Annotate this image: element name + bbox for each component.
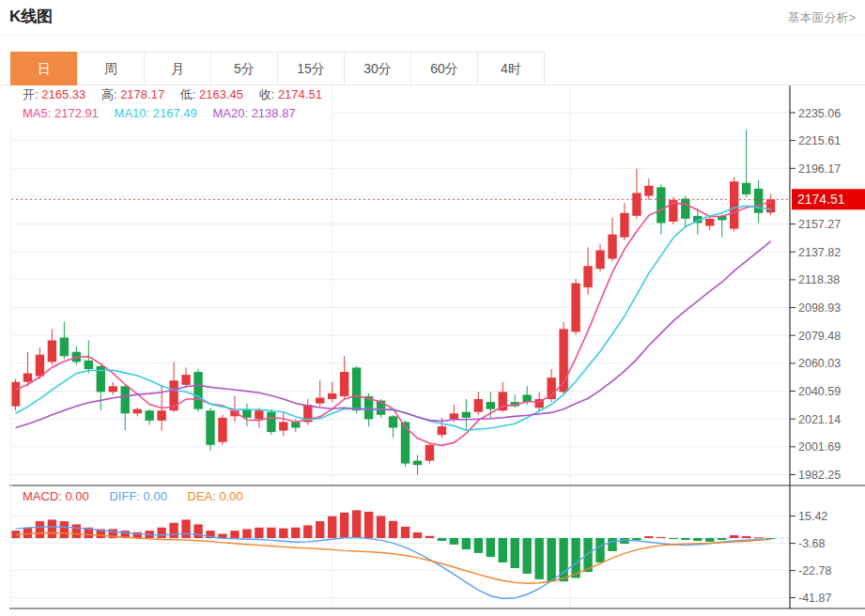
- macd-bar: [181, 519, 190, 538]
- candle-body[interactable]: [109, 386, 117, 392]
- candle-body[interactable]: [181, 375, 190, 385]
- macd-bar: [340, 513, 348, 538]
- candle-body[interactable]: [85, 361, 93, 369]
- candle-body[interactable]: [571, 284, 579, 332]
- tab-5分[interactable]: 5分: [210, 52, 278, 85]
- candle-body[interactable]: [583, 266, 592, 287]
- candle-body[interactable]: [48, 341, 56, 362]
- macd-bar: [681, 538, 689, 540]
- candle-body[interactable]: [705, 219, 714, 226]
- candle-body[interactable]: [438, 426, 446, 435]
- candle-body[interactable]: [36, 355, 44, 377]
- macd-axis-label: -41.87: [798, 592, 831, 605]
- ma5-label: MA5:: [23, 106, 51, 120]
- candle-body[interactable]: [595, 250, 604, 269]
- candle-body[interactable]: [255, 410, 263, 419]
- macd-bar: [644, 536, 653, 538]
- candle-body[interactable]: [328, 393, 336, 399]
- candle-body[interactable]: [352, 367, 361, 410]
- candle-body[interactable]: [389, 416, 397, 427]
- ma10-label: MA10:: [115, 106, 150, 120]
- macd-bar: [316, 521, 324, 538]
- candle-body[interactable]: [291, 422, 300, 427]
- macd-bar: [474, 538, 483, 553]
- macd-bar: [364, 512, 373, 538]
- candle-body[interactable]: [620, 213, 628, 238]
- price-axis-label: 2079.48: [798, 330, 841, 343]
- current-price-tag: 2174.51: [792, 189, 865, 209]
- macd-bar: [157, 528, 165, 538]
- candle-body[interactable]: [462, 412, 471, 418]
- price-axis-label: 2001.69: [798, 440, 841, 454]
- macd-bar: [267, 528, 275, 538]
- dea-label: DEA:: [188, 489, 216, 503]
- candle-body[interactable]: [644, 186, 653, 196]
- macd-bar: [547, 538, 555, 581]
- candle-body[interactable]: [487, 402, 495, 409]
- candle-body[interactable]: [121, 386, 130, 413]
- candle-body[interactable]: [60, 337, 69, 356]
- candle-body[interactable]: [766, 199, 775, 212]
- candle-body[interactable]: [474, 399, 483, 412]
- macd-bar: [487, 538, 495, 557]
- ma10-value: 2167.49: [153, 106, 197, 120]
- candle-body[interactable]: [132, 409, 141, 414]
- candle-body[interactable]: [656, 187, 665, 223]
- candle-body[interactable]: [608, 235, 616, 259]
- diff-value: 0.00: [144, 489, 167, 503]
- candle-body[interactable]: [340, 372, 348, 396]
- tab-周[interactable]: 周: [77, 52, 145, 85]
- macd-value: 0.00: [66, 489, 89, 503]
- ma20-value: 2138.87: [252, 106, 296, 120]
- tab-月[interactable]: 月: [144, 52, 211, 85]
- ohlc-legend-box: 开: 2165.33 高: 2178.17 低: 2163.45 收: 2174…: [11, 85, 332, 131]
- macd-bar: [291, 528, 300, 538]
- kline-grid: [11, 85, 790, 608]
- price-axis-label: 2196.17: [798, 162, 841, 176]
- macd-bar: [450, 538, 458, 545]
- candle-body[interactable]: [11, 382, 20, 407]
- tab-4时[interactable]: 4时: [477, 52, 545, 85]
- tab-60分[interactable]: 60分: [410, 52, 478, 85]
- candle-body[interactable]: [267, 412, 275, 432]
- candle-body[interactable]: [425, 445, 434, 461]
- macd-bar: [328, 516, 336, 538]
- candle-body[interactable]: [145, 410, 153, 421]
- candle-body[interactable]: [157, 410, 165, 421]
- macd-bar: [669, 538, 677, 539]
- low-value: 2163.45: [199, 87, 243, 101]
- macd-bar: [193, 524, 202, 538]
- candle-body[interactable]: [742, 183, 750, 194]
- candle-body[interactable]: [401, 422, 409, 463]
- price-axis-label: 2040.59: [798, 385, 841, 398]
- candles[interactable]: [11, 130, 776, 474]
- candle-body[interactable]: [206, 410, 214, 445]
- candle-body[interactable]: [193, 372, 202, 409]
- macd-bar: [742, 536, 750, 538]
- macd-bar: [730, 535, 738, 538]
- candle-body[interactable]: [754, 189, 763, 213]
- tab-日[interactable]: 日: [10, 52, 78, 85]
- macd-bar: [523, 538, 532, 574]
- macd-bar: [352, 510, 361, 538]
- tab-15分[interactable]: 15分: [277, 52, 345, 85]
- candle-body[interactable]: [23, 374, 32, 382]
- candle-body[interactable]: [632, 192, 641, 215]
- candle-body[interactable]: [316, 397, 324, 403]
- candle-body[interactable]: [218, 418, 226, 442]
- candle-body[interactable]: [413, 461, 422, 466]
- macd-bar: [608, 538, 616, 551]
- candle-body[interactable]: [681, 199, 689, 219]
- candle-body[interactable]: [730, 181, 738, 228]
- candle-body[interactable]: [450, 413, 458, 419]
- candle-body[interactable]: [523, 394, 532, 402]
- dea-line: [16, 533, 771, 584]
- tab-30分[interactable]: 30分: [344, 52, 411, 85]
- macd-axis-labels: 15.42-3.68-22.78-41.87: [790, 510, 831, 605]
- candle-body[interactable]: [279, 422, 287, 430]
- macd-bar: [693, 538, 702, 541]
- candle-body[interactable]: [242, 409, 251, 418]
- ma-row: MA5: 2172.91 MA10: 2167.49 MA20: 2138.87: [11, 104, 332, 123]
- macd-bar: [303, 525, 312, 538]
- high-label: 高:: [101, 87, 117, 101]
